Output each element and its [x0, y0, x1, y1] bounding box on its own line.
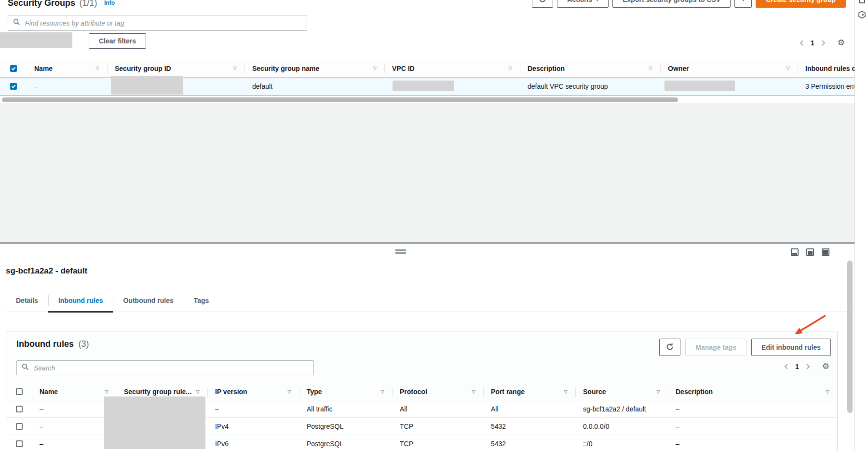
- column-header-port-range[interactable]: Port range▽: [483, 383, 575, 400]
- cell-protocol: TCP: [392, 418, 483, 435]
- search-icon: [22, 363, 29, 372]
- sort-icon: ▽: [649, 66, 652, 71]
- tab-outbound-rules[interactable]: Outbound rules: [113, 289, 183, 312]
- manage-tags-button[interactable]: Manage tags: [685, 339, 746, 356]
- manage-tags-label: Manage tags: [695, 343, 736, 351]
- sort-icon: ▽: [380, 389, 384, 395]
- gear-icon[interactable]: ⚙: [838, 39, 845, 47]
- horizontal-scrollbar[interactable]: [2, 97, 678, 102]
- cell-port-range: All: [483, 400, 575, 417]
- panel-full-icon[interactable]: [822, 248, 829, 256]
- cell-ip-version: IPv4: [207, 418, 299, 435]
- column-header-name[interactable]: Name▽: [32, 383, 116, 400]
- right-side-rail: [854, 0, 868, 451]
- previous-page-icon[interactable]: [799, 40, 804, 46]
- row-checkbox[interactable]: [16, 423, 23, 430]
- sort-icon: ▽: [472, 389, 475, 395]
- cell-type: PostgreSQL: [299, 435, 392, 451]
- page-number[interactable]: 1: [811, 39, 814, 47]
- cell-source: sg-bcf1a2a2 / default: [575, 400, 668, 417]
- cell-ip-version: –: [207, 400, 299, 417]
- groups-pagination: 1 ⚙: [799, 39, 845, 47]
- refresh-rules-button[interactable]: [659, 339, 680, 356]
- sort-icon: ▽: [196, 389, 200, 395]
- column-header-vpc-id[interactable]: VPC ID▽: [384, 59, 520, 77]
- previous-page-icon[interactable]: [784, 363, 788, 370]
- find-resources-input[interactable]: [24, 19, 302, 27]
- column-header-owner[interactable]: Owner▽: [660, 59, 798, 77]
- export-csv-dropdown-button[interactable]: ▾: [734, 0, 752, 8]
- panel-bottom-medium-icon[interactable]: [806, 248, 814, 256]
- create-security-group-button[interactable]: Create security group: [756, 0, 846, 8]
- panel-bottom-small-icon[interactable]: [791, 248, 799, 256]
- actions-button-label: Actions: [567, 0, 592, 3]
- sort-icon: ▽: [105, 389, 108, 395]
- tab-tags[interactable]: Tags: [184, 289, 219, 312]
- cell-protocol: TCP: [392, 435, 483, 451]
- inbound-rules-count: (3): [78, 339, 89, 349]
- tab-inbound-rules[interactable]: Inbound rules: [48, 289, 113, 312]
- inbound-rules-card: Inbound rules (3) Manage tags Edit inbou…: [6, 331, 838, 451]
- select-all-checkbox[interactable]: [10, 65, 17, 72]
- actions-button[interactable]: Actions ▾: [557, 0, 609, 8]
- panel-drag-handle-icon[interactable]: [395, 249, 406, 254]
- rules-pagination: 1 ⚙: [784, 362, 829, 370]
- edit-inbound-rules-label: Edit inbound rules: [761, 343, 821, 351]
- info-link[interactable]: Info: [104, 0, 115, 6]
- detail-panel-title: sg-bcf1a2a2 - default: [6, 266, 87, 276]
- security-groups-list-pane: Security Groups (1/1) Info Actions ▾ Exp…: [0, 0, 854, 242]
- page-title-count: (1/1): [80, 0, 97, 8]
- page-title: Security Groups (1/1) Info: [8, 0, 115, 8]
- refresh-button[interactable]: [532, 0, 553, 8]
- detail-panel: sg-bcf1a2a2 - default Details Inbound ru…: [0, 244, 854, 451]
- column-header-ip-version[interactable]: IP version▽: [207, 383, 299, 400]
- toolbar: Actions ▾ Export security groups to CSV …: [532, 0, 846, 8]
- row-checkbox[interactable]: [10, 83, 17, 90]
- sort-icon: ▽: [508, 66, 512, 71]
- column-header-security-group-id[interactable]: Security group ID▽: [107, 59, 244, 77]
- cell-type: PostgreSQL: [299, 418, 392, 435]
- create-security-group-label: Create security group: [766, 0, 836, 3]
- cell-name: –: [32, 400, 116, 417]
- tab-details[interactable]: Details: [6, 289, 48, 312]
- page-number[interactable]: 1: [795, 363, 799, 370]
- export-csv-button[interactable]: Export security groups to CSV: [612, 0, 731, 8]
- cell-ip-version: IPv6: [207, 435, 299, 451]
- column-header-description[interactable]: Description▽: [668, 383, 837, 400]
- column-header-security-group-name[interactable]: Security group name▽: [244, 59, 384, 77]
- column-header-description[interactable]: Description▽: [520, 59, 660, 77]
- empty-area: [0, 103, 854, 242]
- column-header-source[interactable]: Source▽: [575, 383, 668, 400]
- sort-icon: ▽: [564, 389, 568, 395]
- cell-source: 0.0.0.0/0: [575, 418, 668, 435]
- select-all-checkbox[interactable]: [16, 388, 23, 395]
- sort-icon: ▽: [233, 66, 237, 71]
- row-checkbox[interactable]: [16, 406, 23, 412]
- sort-icon: ▽: [95, 66, 99, 71]
- next-page-icon[interactable]: [806, 363, 811, 370]
- edit-inbound-rules-button[interactable]: Edit inbound rules: [751, 339, 831, 356]
- rules-search-input[interactable]: [33, 364, 309, 372]
- caret-down-icon: ▾: [742, 0, 745, 3]
- cell-port-range: 5432: [483, 435, 575, 451]
- panel-layout-controls: [791, 248, 829, 256]
- cell-description: –: [668, 400, 837, 417]
- column-header-name[interactable]: Name▽: [27, 59, 107, 77]
- detail-tabs: Details Inbound rules Outbound rules Tag…: [6, 289, 854, 312]
- redacted-security-group-id: [111, 76, 183, 95]
- column-header-type[interactable]: Type▽: [299, 383, 392, 400]
- clear-filters-label: Clear filters: [99, 37, 136, 45]
- gear-icon[interactable]: ⚙: [822, 362, 829, 370]
- next-page-icon[interactable]: [821, 40, 826, 46]
- row-checkbox[interactable]: [16, 440, 23, 447]
- hexagon-icon[interactable]: [858, 11, 866, 21]
- column-header-protocol[interactable]: Protocol▽: [392, 383, 483, 400]
- sort-icon: ▽: [656, 389, 660, 395]
- cell-description: –: [668, 435, 837, 451]
- find-resources-search: [8, 15, 307, 31]
- clear-filters-button[interactable]: Clear filters: [89, 33, 146, 49]
- vertical-scrollbar[interactable]: [847, 260, 853, 413]
- security-groups-page: Security Groups (1/1) Info Actions ▾ Exp…: [0, 0, 868, 451]
- cell-port-range: 5432: [483, 418, 575, 435]
- panel-icon[interactable]: [859, 0, 865, 3]
